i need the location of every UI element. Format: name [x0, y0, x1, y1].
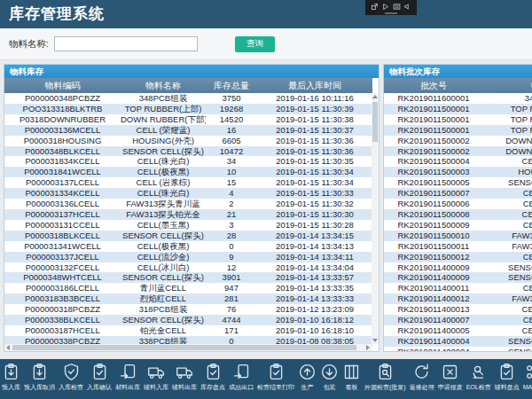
table-cell: P0000338BLKCELL [4, 315, 121, 325]
table-row[interactable]: RK2019011400005CELL (岩浆棕) [384, 325, 532, 336]
table-row[interactable]: RK2019011500009CELL(珠光白) [384, 220, 532, 231]
toolbar-item-auxiliary-outbound[interactable]: 辅料出库 [171, 363, 198, 392]
table-row[interactable]: RK2019011500002DOWN RUBBER(下部) [384, 136, 532, 146]
table-row[interactable]: RK2019011500002DOWN RUBBER(下部) [384, 146, 532, 157]
toolbar-item-rework[interactable]: 返修处理 [409, 363, 435, 392]
table-row[interactable]: RK2019011400009SENSOR CELL(探头) [384, 262, 532, 273]
overlay-export-icon[interactable] [371, 3, 379, 11]
scroll-left-arrow[interactable] [6, 345, 10, 350]
toolbar-item-kanban[interactable]: 看板 [341, 363, 362, 392]
scroll-up-arrow[interactable] [372, 95, 378, 98]
scroll-down-arrow[interactable] [372, 339, 378, 342]
table-row[interactable]: RK2019011500007CELL(珠光白) [384, 188, 532, 199]
table-row[interactable]: P0000348WHTCELLSENSOR CELL(探头)39012019-0… [4, 272, 372, 283]
toolbar-item-pre-inbound[interactable]: 预入库 [1, 363, 21, 392]
batch-stock-panel: 物料批次库存 批次号物料名称 RK2019011600001348PCB组装RK… [383, 64, 532, 352]
table-cell: 10472 [206, 146, 257, 157]
toolbar-item-auxiliary-inbound[interactable]: 辅料入库 [143, 363, 169, 392]
table-row[interactable]: P0000348BLKCELLSENSOR CELL(探头)104722019-… [4, 146, 372, 157]
toolbar-item-ma-list[interactable]: MA列表 [522, 363, 532, 392]
left-table-vertical-scrollbar[interactable] [372, 93, 379, 344]
table-row[interactable]: P000003186LCELL青川蓝CELL9472019-01-14 13:3… [4, 283, 372, 293]
table-cell: 2019-01-15 11:30:34 [257, 167, 372, 177]
table-cell: 2019-01-15 11:30:28 [257, 220, 372, 231]
table-row[interactable]: RK2019011500012CELL(墨玉黑) [384, 252, 532, 262]
toolbar-item-inbound-confirm[interactable]: 入库确认 [86, 363, 113, 392]
table-row[interactable]: RK2019011400007CELL(冰川白) [384, 315, 532, 325]
toolbar-item-auxiliary-count[interactable]: 辅料盘点 [494, 363, 520, 392]
vertical-scroll-thumb[interactable] [372, 102, 378, 142]
toolbar-item-finished-goods-export[interactable]: 成品出口 [228, 363, 254, 392]
toolbar-item-scrap-request[interactable]: 申请报废 [437, 363, 464, 392]
table-row[interactable]: P000003137HCELLFAW313探头铂光金212019-01-15 1… [4, 209, 372, 220]
table-row[interactable]: RK2019011500004CELL (荣耀蓝) [384, 156, 532, 167]
table-row[interactable]: P000003131CCELLCELL(墨玉黑)32019-01-15 11:3… [4, 220, 372, 231]
table-cell: 铂光金CELL [121, 325, 206, 336]
table-row[interactable]: P000003136MCELLCELL (荣耀蓝)162019-01-15 11… [4, 125, 372, 136]
table-cell: SENSOR CELL(探头) [483, 272, 532, 283]
toolbar-item-label: EOL检查 [466, 383, 491, 392]
horizontal-scroll-thumb[interactable] [12, 345, 356, 350]
table-row[interactable]: RK2019011400013CELL (荣耀蓝) [384, 304, 532, 315]
table-row[interactable]: P0003183B3BCELL烈焰红CELL2812019-01-14 13:3… [4, 293, 372, 304]
table-row[interactable]: P0000318BLKCELLSENSOR CELL(探头)282019-01-… [4, 231, 372, 241]
table-row[interactable]: P000031834KCELLCELL(珠光白)342019-01-15 11:… [4, 156, 372, 167]
query-button[interactable]: 查询 [235, 36, 275, 52]
table-cell: RK2019011500002 [384, 146, 483, 157]
table-cell: CELL(珠光白) [121, 188, 206, 199]
table-row[interactable]: RK2019011500003HOUSING(外壳) [384, 167, 532, 177]
toolbar-item-stock-count[interactable]: 库存盘点 [200, 363, 226, 392]
toolbar-item-appearance-inspection[interactable]: 外观检查(批量) [364, 363, 407, 392]
table-cell: 2019-01-15 11:30:37 [257, 125, 372, 136]
table-row[interactable]: RK2019011400012FAW313探头铂光金 [384, 293, 532, 304]
toolbar-item-packaging[interactable]: 包装 [319, 363, 340, 392]
table-row[interactable]: RK2019011500010FAW313探头青川蓝 [384, 231, 532, 241]
table-row[interactable]: P000003187HCELL铂光金CELL1712019-01-10 16:1… [4, 325, 372, 336]
table-row[interactable]: P000003137LCELLCELL (岩浆棕)152019-01-15 11… [4, 177, 372, 188]
table-row[interactable]: POO313318BLKTRBTOP RUBBER(上部)192682019-0… [4, 104, 372, 114]
table-row[interactable]: P000000318PCBZZ318PCB组装762019-01-12 13:2… [4, 304, 372, 315]
table-row[interactable]: RK2019011500006CELL(极夜黑) [384, 199, 532, 209]
table-row[interactable]: RK2019011400011CELL(流沙金) [384, 283, 532, 293]
toolbar-item-label: 包装 [324, 383, 336, 392]
table-row[interactable]: RK2019011500008CELL (岩浆棕) [384, 209, 532, 220]
arrow-up-icon [298, 363, 317, 381]
table-row[interactable]: RK2019011500001TOP RUBBER(上部) [384, 125, 532, 136]
overlay-audio-icon[interactable] [403, 3, 411, 11]
overlay-drag-handle[interactable] [385, 12, 397, 14]
table-row[interactable]: RK2019011500001TOP RUBBER(上部) [384, 114, 532, 125]
table-row[interactable]: P000031334KCELLCELL(珠光白)42019-01-15 11:3… [4, 188, 372, 199]
table-row[interactable]: P000003136LCELLFAW313探头青川蓝22019-01-15 11… [4, 199, 372, 209]
toolbar-item-material-outbound[interactable]: 材料出库 [114, 363, 141, 392]
table-row[interactable]: RK2019011600001348PCB组装 [384, 93, 532, 104]
table-row[interactable]: RK2019011400004SENSOR CELL(探头) [384, 347, 532, 352]
table-row[interactable]: P0318DOWNRUBBERDOWN RUBBER(下部)145202019-… [4, 114, 372, 125]
table-cell: 2 [206, 199, 257, 209]
toolbar-item-inbound-inspection[interactable]: 入库检查 [58, 363, 84, 392]
table-row[interactable]: RK2019011400009SENSOR CELL(探头) [384, 272, 532, 283]
table-row[interactable]: P0000318HOUSINGHOUSING(外壳)66052019-01-15… [4, 136, 372, 146]
overlay-screenshot-icon[interactable] [393, 3, 401, 11]
table-row[interactable]: P000003132FCELLCELL(冰川白)122019-01-14 13:… [4, 262, 372, 273]
overlay-play-icon[interactable] [381, 3, 389, 11]
table-row[interactable]: P0000338BLKCELLSENSOR CELL(探头)47442019-0… [4, 315, 372, 325]
table-row[interactable]: P000031341WCELLCELL(极夜黑)02019-01-14 13:3… [4, 241, 372, 252]
table-row[interactable]: RK2019011500005SENSOR CELL(探头) [384, 177, 532, 188]
table-cell: 14520 [206, 114, 257, 125]
table-row[interactable]: RK2019011500011FAW313探头铂光金 [384, 241, 532, 252]
material-name-input[interactable] [54, 36, 198, 51]
column-header: 最后入库时间 [257, 78, 372, 93]
table-cell: RK2019011500001 [384, 114, 483, 125]
table-row[interactable]: P000031841WCELLCELL(极夜黑)102019-01-15 11:… [4, 167, 372, 177]
toolbar-item-pre-inbound-cancel[interactable]: 预入库取消 [23, 363, 56, 392]
table-row[interactable]: P000000348PCBZZ348PCB组装37502019-01-16 10… [4, 93, 372, 104]
left-table-horizontal-scrollbar[interactable] [4, 344, 372, 351]
toolbar-item-production[interactable]: 生产 [297, 363, 317, 392]
toolbar-item-eol-inspection[interactable]: EOL检查 [466, 363, 492, 392]
table-row[interactable]: RK2019011400004SENSOR CELL(探头) [384, 336, 532, 347]
toolbar-item-inspection-result-print[interactable]: 检查结果打印 [256, 363, 295, 392]
table-row[interactable]: RK2019011500001TOP RUBBER(上部) [384, 104, 532, 114]
table-row[interactable]: P000003137JCELLCELL(流沙金)92019-01-14 13:3… [4, 252, 372, 262]
scroll-right-arrow[interactable] [366, 345, 370, 350]
table-cell: HOUSING(外壳) [483, 167, 532, 177]
